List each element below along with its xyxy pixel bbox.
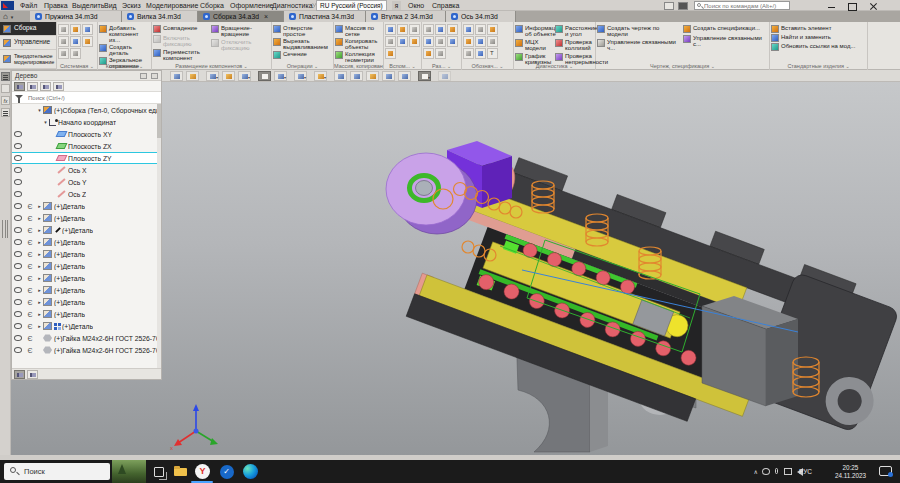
visibility-eye-icon[interactable] — [12, 143, 24, 149]
tab-sborka-active[interactable]: Сборка 34.a3d × — [198, 11, 284, 22]
properties-icon[interactable] — [82, 36, 93, 47]
visibility-eye-icon[interactable] — [12, 287, 24, 293]
mode-assembly[interactable]: Сборка — [0, 22, 56, 36]
tree-item-part[interactable]: ▸ (+)Деталь — [12, 308, 157, 320]
tab-pruzhina[interactable]: Пружина 34.m3d — [30, 11, 122, 22]
visibility-eye-icon[interactable] — [12, 299, 24, 305]
simple-hole-button[interactable]: Отверстие простое — [273, 25, 332, 37]
expander-icon[interactable]: ▸ — [36, 299, 43, 305]
section-view-icon[interactable] — [366, 71, 379, 81]
parameters-panel-icon[interactable] — [1, 84, 10, 93]
save-icon[interactable] — [82, 24, 93, 35]
new-document-icon[interactable] — [58, 24, 69, 35]
grid-array-button[interactable]: Массив по сетке — [335, 25, 382, 37]
file-explorer-icon[interactable] — [172, 463, 189, 480]
tab-os[interactable]: Ось 34.m3d — [446, 11, 516, 22]
designation-icon[interactable] — [487, 24, 498, 35]
tree-panel-icon[interactable] — [1, 72, 10, 81]
network-icon[interactable] — [784, 468, 792, 475]
aux-icon[interactable] — [397, 24, 408, 35]
mode-management[interactable]: Управление — [0, 36, 56, 50]
move-xy-icon[interactable] — [334, 71, 347, 81]
visibility-eye-icon[interactable] — [12, 323, 24, 329]
expander-icon[interactable]: ▸ — [36, 251, 43, 257]
start-page-button[interactable]: ⌂ ▾ — [0, 11, 30, 22]
cut-extrude-button[interactable]: Вырезать выдавливанием — [273, 38, 332, 50]
distance-angle-button[interactable]: Расстояние и угол — [555, 25, 593, 37]
tree-item-plane-zx[interactable]: Плоскость ZX — [12, 140, 157, 152]
tree-item-part[interactable]: ▸ (+)Деталь — [12, 236, 157, 248]
maximize-button[interactable] — [846, 2, 858, 10]
undo-icon[interactable] — [58, 48, 69, 59]
view-icon[interactable] — [435, 36, 446, 47]
visibility-eye-icon[interactable] — [12, 155, 24, 161]
aux-icon[interactable] — [385, 48, 396, 59]
tree-item-part[interactable]: ▸ (+)Деталь — [12, 212, 157, 224]
designation-icon[interactable] — [475, 48, 486, 59]
expander-icon[interactable]: ▸ — [36, 311, 43, 317]
box-view-icon[interactable] — [350, 71, 363, 81]
tree-search-input[interactable] — [26, 93, 146, 102]
tree-item-assembly-root[interactable]: ▾ (+)Сборка (Тел-0, Сборочных едини... — [12, 104, 157, 116]
view-icon[interactable] — [447, 24, 458, 35]
fx-variables-icon[interactable]: fx — [1, 96, 10, 105]
tree-order-icon[interactable] — [27, 82, 38, 91]
list-panel-icon[interactable] — [1, 108, 10, 117]
render-mode-icon[interactable]: ▾ — [274, 71, 287, 81]
visibility-eye-icon[interactable] — [12, 347, 24, 353]
section-exclude-icon[interactable] — [24, 323, 36, 330]
designation-icon[interactable] — [487, 36, 498, 47]
menu-edit[interactable]: Правка — [40, 0, 72, 11]
taskbar-clock[interactable]: 20:25 24.11.2023 — [835, 464, 866, 480]
menu-assembly[interactable]: Сборка — [196, 0, 228, 11]
designation-icon[interactable] — [463, 36, 474, 47]
object-info-button[interactable]: Информация об объекте — [515, 25, 553, 37]
section-exclude-icon[interactable] — [24, 239, 36, 246]
designation-icon[interactable] — [463, 24, 474, 35]
visibility-eye-icon[interactable] — [12, 251, 24, 257]
tab-vtulka[interactable]: Втулка 2 34.m3d — [366, 11, 446, 22]
tree-item-part-multi[interactable]: ▸ (+)Деталь — [12, 320, 157, 332]
orientation-icon[interactable] — [170, 71, 183, 81]
expander-icon[interactable]: ▸ — [36, 287, 43, 293]
aux-icon[interactable] — [409, 24, 420, 35]
redo-icon[interactable] — [70, 48, 81, 59]
designation-icon[interactable] — [463, 48, 474, 59]
hidden-icons-chevron[interactable]: ∧ — [754, 468, 758, 475]
widgets-icon[interactable] — [112, 460, 146, 483]
text-designation-icon[interactable] — [487, 48, 498, 59]
expander-icon[interactable]: ▾ — [36, 107, 43, 113]
expander-icon[interactable]: ▸ — [36, 215, 43, 221]
sheet-icon[interactable] — [382, 71, 395, 81]
print-icon[interactable] — [58, 36, 69, 47]
section-button[interactable]: Сечение — [273, 51, 332, 59]
rotation-rotation-button[interactable]: Вращение-вращение — [211, 25, 267, 37]
menu-file[interactable]: Файл — [16, 0, 41, 11]
filter-icon[interactable]: ▾ — [418, 71, 431, 81]
section-exclude-icon[interactable] — [24, 227, 36, 234]
create-part-button[interactable]: Создать деталь — [99, 44, 150, 56]
expander-icon[interactable]: ▸ — [36, 263, 43, 269]
tree-item-axis-z[interactable]: Ось Z — [12, 188, 157, 200]
pointer-icon[interactable]: ▾ — [238, 71, 251, 81]
create-drawing-button[interactable]: Создать чертеж по модели — [597, 25, 681, 37]
coordinate-systems-icon[interactable] — [186, 71, 199, 81]
screenshot-icon[interactable] — [678, 2, 688, 10]
mode-solid-modeling[interactable]: Твердотельное моделирование — [0, 50, 56, 69]
tree-scrollbar-thumb[interactable] — [157, 104, 161, 138]
tree-relations-icon[interactable] — [53, 82, 64, 91]
yandex-browser-icon[interactable]: Y — [194, 463, 211, 480]
expander-icon[interactable]: ▸ — [36, 323, 43, 329]
visibility-eye-icon[interactable] — [12, 239, 24, 245]
tab-close-icon[interactable]: × — [264, 13, 268, 20]
move-component-button[interactable]: Переместить компонент — [153, 49, 209, 61]
messenger-app-icon[interactable]: ✓ — [218, 463, 235, 480]
zoom-icon[interactable]: ▾ — [206, 71, 219, 81]
tree-item-part[interactable]: ▸ (+)Деталь — [12, 200, 157, 212]
visibility-eye-icon[interactable] — [12, 227, 24, 233]
tree-item-origin[interactable]: ▾ Начало координат — [12, 116, 157, 128]
notification-center-icon[interactable] — [879, 466, 892, 476]
view-icon[interactable] — [435, 24, 446, 35]
view-icon[interactable] — [435, 48, 446, 59]
tree-item-part[interactable]: ▸ (+)Деталь — [12, 284, 157, 296]
